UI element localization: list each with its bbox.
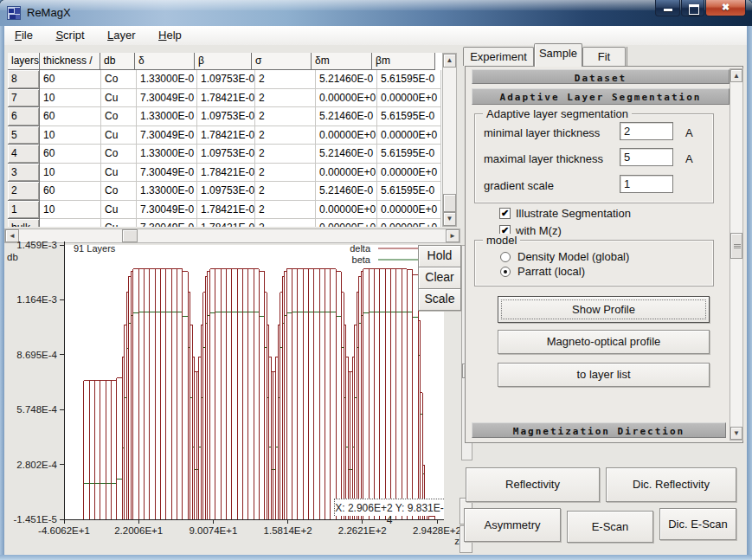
maximize-button[interactable] (681, 0, 704, 16)
table-cell[interactable]: 1.09753E-0 (197, 145, 255, 164)
table-cell[interactable]: 1.33000E-0 (137, 182, 197, 201)
reflectivity-button[interactable]: Reflectivity (466, 467, 600, 502)
tab-experiment[interactable]: Experiment (463, 47, 534, 66)
table-cell[interactable]: 7.30049E-0 (137, 201, 197, 220)
asymmetry-button[interactable]: Asymmetry (464, 508, 561, 542)
maximal-thickness-input[interactable] (620, 148, 673, 166)
e-scan-button[interactable]: E-Scan (567, 511, 653, 543)
table-cell[interactable]: 5.61595E-0 (377, 182, 441, 201)
hold-button[interactable]: Hold (418, 245, 461, 267)
row-label[interactable]: 2 (8, 181, 40, 201)
show-profile-button[interactable]: Show Profile (498, 296, 710, 323)
table-vscroll-thumb[interactable] (443, 194, 456, 212)
table-cell[interactable]: 2 (255, 145, 316, 164)
column-header-4[interactable]: β (194, 53, 252, 70)
table-vscrollbar[interactable]: ▲ ▼ (442, 53, 457, 227)
table-cell[interactable]: Co (101, 145, 137, 164)
table-cell[interactable]: 10 (40, 89, 101, 108)
panel-scroll-down-button[interactable]: ▼ (730, 427, 742, 440)
table-cell[interactable]: 0.00000E+0 (377, 164, 441, 183)
table-cell[interactable]: Cu (101, 219, 137, 227)
density-model-label[interactable]: Density Model (global) (517, 250, 629, 263)
table-cell[interactable]: 10 (40, 164, 101, 183)
row-label[interactable]: 1 (8, 200, 40, 220)
column-header-7[interactable]: βm (371, 53, 435, 70)
section-magnetization-direction[interactable]: Magnetization Direction (472, 422, 726, 438)
table-cell[interactable]: Co (101, 70, 137, 89)
table-cell[interactable]: 1.33000E-0 (137, 70, 197, 89)
minimize-button[interactable] (655, 0, 680, 16)
scroll-up-button[interactable]: ▲ (443, 54, 456, 68)
dic-reflectivity-button[interactable]: Dic. Reflectivity (606, 467, 736, 502)
panel-vscrollbar[interactable]: ▲ ▼ (730, 68, 743, 441)
panel-vscroll-thumb[interactable] (730, 233, 742, 259)
to-layer-list-button[interactable]: to layer list (498, 363, 710, 387)
table-cell[interactable]: Cu (101, 126, 137, 145)
table-cell[interactable]: 2 (255, 89, 316, 108)
table-cell[interactable]: 10 (40, 126, 101, 145)
row-label[interactable]: 5 (8, 126, 40, 145)
table-cell[interactable]: 0.00000E+0 (316, 219, 377, 227)
table-cell[interactable]: 1.78421E-0 (197, 201, 255, 220)
density-model-radio[interactable] (500, 252, 511, 262)
table-cell[interactable]: 2 (255, 107, 316, 126)
tab-sample[interactable]: Sample (534, 43, 582, 67)
table-cell[interactable]: Co (101, 182, 137, 201)
table-cell[interactable]: 0.00000E+0 (316, 126, 377, 145)
gradient-scale-input[interactable] (620, 175, 673, 193)
table-cell[interactable]: 5.21460E-0 (316, 70, 377, 89)
table-cell[interactable]: 0.00000E+0 (316, 201, 377, 220)
table-cell[interactable]: 1.33000E-0 (137, 107, 197, 126)
table-cell[interactable]: 1.78421E-0 (197, 219, 255, 227)
table-cell[interactable]: 0.00000E+0 (316, 164, 377, 183)
table-cell[interactable]: 2 (255, 126, 316, 145)
row-label[interactable]: 3 (8, 163, 40, 183)
parratt-label[interactable]: Parratt (local) (517, 265, 585, 278)
menu-file[interactable]: File (6, 26, 42, 44)
table-cell[interactable]: 7.30049E-0 (137, 164, 197, 183)
table-cell[interactable]: 60 (40, 182, 101, 201)
magneto-optical-profile-button[interactable]: Magneto-optical profile (498, 330, 710, 354)
table-cell[interactable]: 5.21460E-0 (316, 145, 377, 164)
table-cell[interactable]: 1.78421E-0 (197, 126, 255, 145)
table-cell[interactable]: 0.00000E+0 (377, 126, 441, 145)
table-cell[interactable]: 60 (40, 145, 101, 164)
table-cell[interactable]: 10 (40, 201, 101, 220)
table-cell[interactable]: 2 (255, 164, 316, 183)
table-cell[interactable]: 1.09753E-0 (197, 182, 255, 201)
table-cell[interactable]: Cu (101, 201, 137, 220)
table-cell[interactable]: 5.21460E-0 (316, 107, 377, 126)
scroll-down-button[interactable]: ▼ (443, 212, 456, 226)
dic-e-scan-button[interactable]: Dic. E-Scan (659, 508, 736, 540)
menu-help[interactable]: Help (150, 26, 190, 44)
table-cell[interactable]: Cu (101, 164, 137, 183)
table-cell[interactable]: 0.00000E+0 (316, 89, 377, 108)
table-cell[interactable]: 2 (255, 219, 316, 227)
table-cell[interactable]: 5.61595E-0 (377, 70, 441, 89)
section-dataset[interactable]: Dataset (472, 69, 730, 84)
column-header-3[interactable]: δ (134, 53, 195, 70)
column-header-2[interactable]: db (100, 53, 135, 70)
panel-scroll-up-button[interactable]: ▲ (730, 69, 742, 82)
menu-script[interactable]: Script (47, 26, 93, 44)
table-cell[interactable]: 1.78421E-0 (197, 89, 255, 108)
table-cell[interactable]: 2 (255, 182, 316, 201)
table-cell[interactable]: 0.00000E+0 (377, 201, 441, 220)
layer-table[interactable]: layersthickness /dbδβσδmβm860Co1.33000E-… (8, 53, 442, 227)
scale-button[interactable]: Scale (418, 288, 461, 311)
table-cell[interactable]: 5.21460E-0 (316, 182, 377, 201)
row-label[interactable]: 4 (8, 144, 40, 164)
column-header-6[interactable]: δm (311, 53, 372, 70)
tab-fit[interactable]: Fit (582, 47, 626, 66)
menu-layer[interactable]: Layer (99, 26, 145, 44)
table-cell[interactable]: 5.61595E-0 (377, 107, 441, 126)
illustrate-segmentation-label[interactable]: Illustrate Segmentation (516, 207, 631, 220)
table-cell[interactable]: 1.09753E-0 (197, 107, 255, 126)
table-cell[interactable]: 7.30049E-0 (137, 126, 197, 145)
close-button[interactable]: ✖ (705, 0, 746, 16)
column-header-5[interactable]: σ (251, 53, 312, 70)
table-cell[interactable]: 0.00000E+0 (377, 219, 441, 227)
table-cell[interactable]: 60 (40, 107, 101, 126)
table-cell[interactable]: 5.61595E-0 (377, 145, 441, 164)
column-header-1[interactable]: thickness / (39, 53, 100, 70)
